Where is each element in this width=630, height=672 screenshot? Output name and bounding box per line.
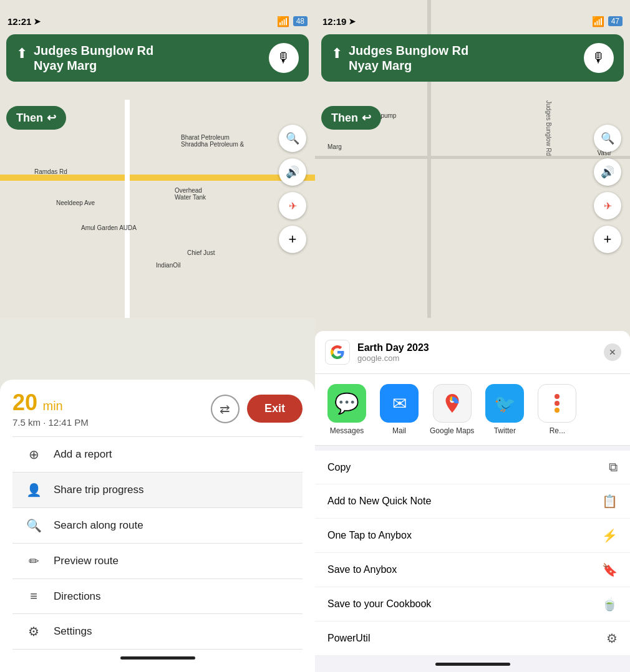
search-icon: 🔍: [25, 518, 42, 533]
share-close-button[interactable]: ✕: [604, 343, 621, 361]
share-apps-row: 💬 Messages ✉ Mail Google Maps: [315, 374, 630, 446]
cookbook-icon: 🍵: [602, 597, 618, 612]
then-pill-right: Then ↩: [321, 106, 381, 130]
share-app-gmaps[interactable]: Google Maps: [430, 384, 474, 435]
map-label-chiefjus: Chief Just: [187, 249, 215, 256]
menu-label-search: Search along route: [54, 519, 143, 532]
volume-icon-left: 🔊: [286, 165, 299, 179]
mic-button-right[interactable]: 🎙: [584, 43, 614, 73]
clock-right: 12:19: [322, 16, 346, 27]
home-bar-right: [435, 663, 510, 666]
time-left: 12:21 ➤: [7, 16, 41, 27]
nav-stats: 20 min 7.5 km · 12:41 PM ⇄ Exit: [12, 390, 303, 428]
quick-note-label: Add to New Quick Note: [327, 496, 431, 507]
menu-item-share[interactable]: 👤 Share trip progress: [12, 473, 303, 507]
action-anybox-save[interactable]: Save to Anybox 🔖: [315, 553, 630, 587]
zoom-btn-left[interactable]: +: [279, 226, 306, 253]
nav-title-line1-right: Judges Bunglow Rd: [349, 43, 468, 58]
map-controls-left: 🔍 🔊 ✈ +: [279, 125, 306, 253]
status-icons-left: 📶 48: [277, 16, 308, 27]
nav-distance: 7.5 km · 12:41 PM: [12, 417, 89, 428]
nav-header-right: ⬆ Judges Bunglow Rd Nyay Marg 🎙: [321, 34, 624, 82]
share-sheet: Earth Day 2023 google.com ✕ 💬 Messages ✉…: [315, 331, 630, 672]
action-cookbook[interactable]: Save to your Cookbook 🍵: [315, 587, 630, 622]
search-map-btn-right[interactable]: 🔍: [594, 125, 621, 152]
menu-item-preview[interactable]: ✏ Preview route: [12, 544, 303, 578]
battery-icon-left: 48: [293, 16, 308, 26]
exit-button[interactable]: Exit: [247, 395, 303, 423]
map-label-indianoil: IndianOil: [156, 262, 180, 269]
directions-icon: ≡: [25, 589, 42, 603]
menu-label-report: Add a report: [54, 448, 112, 461]
twitter-app-icon: 🐦: [485, 384, 524, 423]
powerutil-icon: ⚙: [606, 631, 618, 646]
nav-title-line2-right: Nyay Marg: [349, 58, 468, 73]
then-label-left: Then: [16, 112, 43, 125]
then-arrow-left: ↩: [47, 111, 56, 125]
menu-item-report[interactable]: ⊕ Add a report: [12, 437, 303, 472]
preview-icon: ✏: [25, 554, 42, 569]
mail-icon: ✉: [392, 393, 407, 414]
action-quick-note[interactable]: Add to New Quick Note 📋: [315, 484, 630, 519]
then-label-right: Then: [331, 112, 358, 125]
map-road-horizontal: [0, 175, 315, 181]
powerutil-label: PowerUtil: [327, 633, 370, 644]
volume-btn-left[interactable]: 🔊: [279, 158, 306, 186]
search-map-icon-left: 🔍: [286, 132, 299, 145]
search-map-btn-left[interactable]: 🔍: [279, 125, 306, 152]
nav-action-buttons: ⇄ Exit: [211, 395, 303, 423]
map-road-vertical: [125, 100, 130, 318]
volume-btn-right[interactable]: 🔊: [594, 158, 621, 186]
menu-item-directions[interactable]: ≡ Directions: [12, 579, 303, 613]
status-bar-right: 12:19 ➤ 📶 47: [315, 0, 630, 37]
settings-icon: ⚙: [25, 624, 42, 639]
then-arrow-right: ↩: [362, 111, 371, 125]
zoom-icon-right: +: [604, 231, 612, 247]
action-anybox-tap[interactable]: One Tap to Anybox ⚡: [315, 519, 630, 553]
wifi-icon-right: 📶: [592, 16, 604, 27]
nav-time-value: 20: [12, 390, 37, 415]
zoom-btn-right[interactable]: +: [594, 226, 621, 253]
left-panel: Liang Marg Ramdas Rd Neeldeep Ave Overhe…: [0, 0, 315, 672]
nav-address-left: Judges Bunglow Rd Nyay Marg: [34, 43, 153, 73]
nav-title-line1-left: Judges Bunglow Rd: [34, 43, 153, 58]
share-app-messages[interactable]: 💬 Messages: [325, 384, 369, 435]
map-label-amul: Amul Garden AUDA: [81, 224, 137, 231]
mic-button-left[interactable]: 🎙: [269, 43, 299, 73]
menu-item-settings[interactable]: ⚙ Settings: [12, 614, 303, 649]
action-copy[interactable]: Copy ⧉: [315, 451, 630, 484]
share-app-remind[interactable]: Re...: [535, 384, 579, 435]
map-label-neeldeep: Neeldeep Ave: [56, 199, 95, 206]
zoom-icon-left: +: [289, 231, 297, 247]
remind-dots: [555, 394, 560, 413]
nav-time-unit: min: [43, 399, 63, 413]
mic-icon-right: 🎙: [592, 50, 606, 66]
bottom-nav-card: 20 min 7.5 km · 12:41 PM ⇄ Exit ⊕ Add a …: [0, 380, 315, 672]
copy-icon: ⧉: [609, 460, 618, 474]
share-actions-list: Copy ⧉ Add to New Quick Note 📋 One Tap t…: [315, 451, 630, 656]
navigate-btn-left[interactable]: ✈: [279, 192, 306, 219]
action-powerutil[interactable]: PowerUtil ⚙: [315, 622, 630, 656]
menu-label-share: Share trip progress: [54, 484, 144, 496]
wifi-icon-left: 📶: [277, 16, 289, 27]
map-label-marg: Marg: [327, 143, 342, 150]
alt-routes-button[interactable]: ⇄: [211, 395, 240, 423]
menu-item-search[interactable]: 🔍 Search along route: [12, 508, 303, 543]
volume-icon-right: 🔊: [601, 165, 614, 179]
navigate-btn-right[interactable]: ✈: [594, 192, 621, 219]
nav-address-right: Judges Bunglow Rd Nyay Marg: [349, 43, 468, 73]
menu-label-directions: Directions: [54, 590, 101, 603]
messages-app-icon: 💬: [327, 384, 366, 423]
share-app-mail[interactable]: ✉ Mail: [377, 384, 421, 435]
map-label-overhead: OverheadWater Tank: [175, 187, 206, 201]
messages-icon: 💬: [334, 391, 359, 415]
share-app-twitter[interactable]: 🐦 Twitter: [483, 384, 526, 435]
twitter-icon: 🐦: [494, 393, 516, 414]
exit-label: Exit: [264, 402, 285, 415]
share-sheet-header: Earth Day 2023 google.com ✕: [315, 331, 630, 374]
home-indicator-right: [315, 656, 630, 672]
status-icons-right: 📶 47: [592, 16, 623, 27]
share-info: Earth Day 2023 google.com: [357, 342, 429, 363]
time-right: 12:19 ➤: [322, 16, 356, 27]
nav-header-left: ⬆ Judges Bunglow Rd Nyay Marg 🎙: [6, 34, 309, 82]
